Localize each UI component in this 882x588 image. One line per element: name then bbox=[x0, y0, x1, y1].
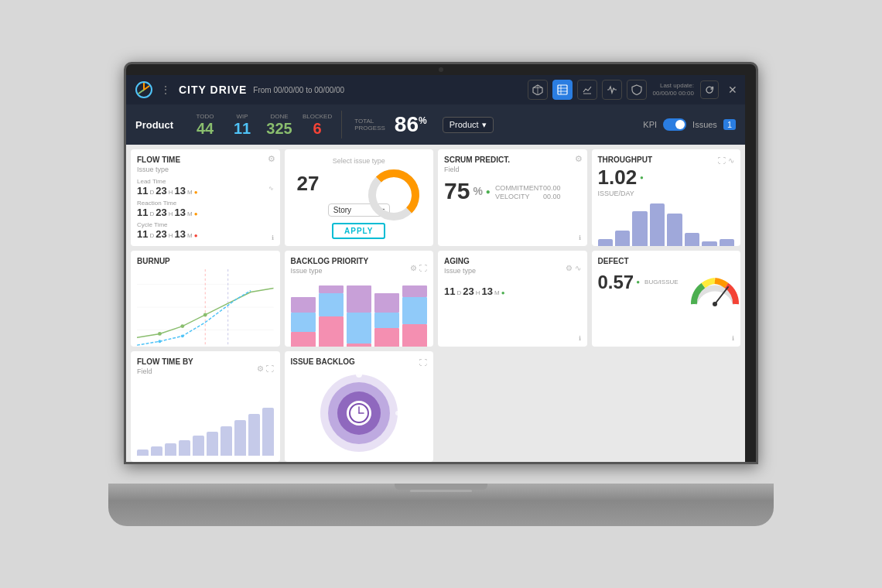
kpi-toggle[interactable] bbox=[663, 118, 686, 131]
dashboard-grid: FLOW TIME Issue type ⚙ Lead Time 11D 23H… bbox=[126, 145, 745, 464]
issue-backlog-expand[interactable]: ⛶ bbox=[419, 358, 427, 367]
lead-chart-icon: ∿ bbox=[268, 185, 274, 192]
app-logo bbox=[134, 80, 154, 100]
reaction-indicator: ● bbox=[194, 210, 198, 217]
wip-widget: Select issue type 27 bbox=[285, 149, 434, 246]
flow-time-by-expand[interactable]: ⛶ bbox=[266, 364, 274, 373]
defect-info: ℹ bbox=[732, 335, 734, 342]
aging-settings[interactable]: ⚙ bbox=[566, 264, 573, 272]
svg-point-10 bbox=[180, 324, 184, 328]
total-progress: TOTAL PROGESS bbox=[354, 118, 385, 132]
blocked-metric: BLOCKED 6 bbox=[303, 113, 332, 136]
last-update: Last update: 00/00/00 00:00 bbox=[653, 82, 694, 98]
svg-point-9 bbox=[158, 331, 162, 335]
throughput-chart[interactable]: ∿ bbox=[728, 156, 734, 165]
bar-8 bbox=[720, 239, 734, 246]
svg-point-15 bbox=[713, 302, 717, 306]
backlog-bars bbox=[291, 285, 428, 347]
pulse-icon[interactable] bbox=[602, 80, 622, 100]
date-range: From 00/00/00 to 00/00/00 bbox=[253, 86, 344, 94]
filter-dropdown[interactable]: Product ▾ bbox=[443, 117, 494, 133]
chart-icon[interactable] bbox=[577, 80, 597, 100]
aging-chart[interactable]: ∿ bbox=[575, 264, 581, 272]
backlog-expand[interactable]: ⛶ bbox=[419, 264, 427, 272]
table-icon[interactable] bbox=[552, 80, 573, 100]
aging-widget: AGING Issue type ⚙ ∿ 11D 23H 13M ● bbox=[438, 251, 587, 347]
throughput-expand[interactable]: ⛶ bbox=[718, 156, 726, 165]
backlog-priority-widget: BACKLOG PRIORITY Issue type ⚙ ⛶ bbox=[285, 251, 434, 347]
issue-backlog-widget: ISSUE BACKLOG ⛶ bbox=[285, 351, 434, 462]
throughput-indicator: ● bbox=[640, 174, 644, 181]
bar-2 bbox=[615, 231, 630, 246]
todo-metric: TODO 44 bbox=[191, 113, 219, 136]
done-metric: DONE 325 bbox=[265, 113, 293, 136]
shield-icon[interactable] bbox=[627, 80, 647, 100]
product-label: Product bbox=[135, 119, 182, 131]
burnup-chart bbox=[137, 268, 274, 347]
svg-point-13 bbox=[181, 334, 184, 337]
svg-point-11 bbox=[203, 313, 207, 316]
backlog-settings[interactable]: ⚙ bbox=[410, 264, 417, 272]
app-title: CITY DRIVE bbox=[179, 84, 247, 96]
burnup-widget: BURNUP bbox=[131, 251, 280, 347]
flow-time-by-bars bbox=[137, 386, 274, 456]
svg-point-12 bbox=[158, 340, 161, 343]
aging-indicator: ● bbox=[501, 289, 505, 296]
lead-indicator: ● bbox=[194, 189, 198, 196]
svg-point-23 bbox=[356, 371, 362, 378]
bar-6 bbox=[685, 233, 699, 245]
refresh-button[interactable] bbox=[700, 80, 719, 99]
bar-4 bbox=[650, 203, 665, 246]
bar-5 bbox=[667, 214, 682, 245]
bar-7 bbox=[702, 241, 716, 245]
metrics-bar: Product TODO 44 WIP 11 DONE 325 BLOCKED … bbox=[126, 104, 745, 145]
defect-gauge bbox=[688, 270, 734, 301]
bar-3 bbox=[632, 211, 647, 246]
total-value: 86% bbox=[395, 114, 427, 135]
issue-backlog-chart bbox=[291, 371, 428, 456]
reaction-time-row: Reaction Time 11D 23H 13M ● bbox=[137, 200, 274, 218]
close-button[interactable]: ✕ bbox=[728, 84, 737, 96]
wip-donut bbox=[367, 168, 421, 222]
topbar-dots: ⋮ bbox=[160, 84, 171, 96]
throughput-widget: THROUGHPUT ⛶ ∿ 1.02 ● ISSUE/DAY bbox=[592, 149, 741, 246]
cycle-time-row: Cycle Time 11D 23H 13M ● bbox=[137, 221, 274, 240]
flow-time-settings[interactable]: ⚙ bbox=[268, 154, 275, 164]
bar-1 bbox=[598, 239, 613, 246]
cube-icon[interactable] bbox=[528, 80, 548, 100]
scrum-settings[interactable]: ⚙ bbox=[575, 154, 583, 164]
kpi-section: KPI Issues 1 bbox=[643, 118, 736, 131]
cycle-indicator: ● bbox=[194, 232, 198, 239]
aging-info: ℹ bbox=[579, 335, 581, 342]
flow-time-by-settings[interactable]: ⚙ bbox=[257, 364, 264, 373]
wip-metric: WIP 11 bbox=[228, 113, 256, 136]
flow-time-widget: FLOW TIME Issue type ⚙ Lead Time 11D 23H… bbox=[131, 149, 280, 246]
svg-rect-1 bbox=[558, 85, 567, 94]
throughput-chart-bars bbox=[598, 203, 735, 246]
flow-time-info: ℹ bbox=[272, 234, 274, 241]
issues-badge: 1 bbox=[723, 119, 736, 130]
scrum-widget: SCRUM PREDICT. Field ⚙ 75 % ● COMMITMENT bbox=[438, 149, 587, 246]
lead-time-row: Lead Time 11D 23H 13M ● ∿ bbox=[137, 178, 274, 197]
svg-point-24 bbox=[395, 411, 400, 415]
defect-widget: DEFECT 0.57 ● BUG/ISSUE bbox=[592, 251, 741, 347]
topbar: ⋮ CITY DRIVE From 00/00/00 to 00/00/00 bbox=[126, 75, 745, 104]
topbar-icons bbox=[528, 80, 647, 100]
defect-indicator: ● bbox=[636, 279, 640, 285]
wip-number: 27 bbox=[297, 172, 320, 195]
scrum-info: ℹ bbox=[579, 234, 581, 241]
flow-time-by-widget: FLOW TIME BY Field ⚙ ⛶ bbox=[131, 351, 280, 462]
select-issue-label: Select issue type bbox=[333, 157, 385, 165]
